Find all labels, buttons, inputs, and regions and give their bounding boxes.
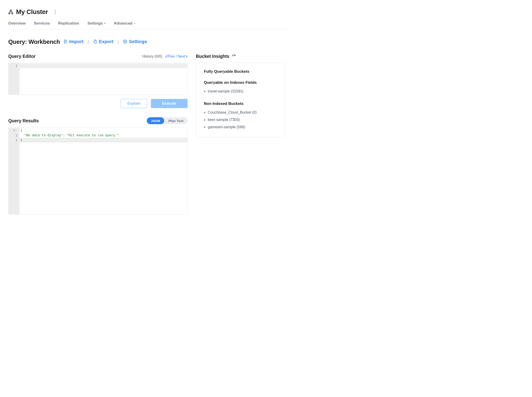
list-item[interactable]: beer-sample (7303) bbox=[204, 116, 277, 124]
separator: / bbox=[117, 40, 120, 45]
more-menu-button[interactable] bbox=[53, 9, 58, 15]
indexed-list: travel-sample (31591) bbox=[204, 88, 277, 95]
vertical-dots-icon bbox=[55, 10, 56, 14]
results-view-toggle: JSON Plan Text bbox=[147, 117, 187, 124]
history-sep: / bbox=[176, 54, 177, 59]
chevron-right-icon bbox=[186, 55, 187, 58]
import-icon bbox=[63, 39, 67, 44]
svg-rect-1 bbox=[9, 13, 10, 14]
nav-tabs: Overview Services Replication Settings▾ … bbox=[8, 21, 285, 29]
bucket-label: beer-sample (7303) bbox=[208, 116, 240, 124]
non-indexed-title: Non Indexed Buckets bbox=[204, 101, 277, 106]
chevron-down-icon: ▾ bbox=[104, 22, 105, 25]
svg-point-5 bbox=[55, 13, 56, 14]
query-editor[interactable]: 1 bbox=[8, 63, 187, 95]
explain-button[interactable]: Explain bbox=[121, 99, 147, 108]
gutter-line: 1 ▾ bbox=[8, 128, 19, 133]
gutter-line: 1 bbox=[8, 63, 19, 68]
chevron-left-icon bbox=[165, 55, 167, 58]
chevron-down-icon: ▾ bbox=[134, 22, 135, 25]
svg-point-4 bbox=[55, 12, 56, 12]
next-label: Next bbox=[178, 54, 185, 59]
svg-rect-2 bbox=[12, 13, 13, 14]
import-link[interactable]: Import bbox=[63, 39, 84, 44]
tab-label: Advanced bbox=[114, 21, 132, 26]
tab-services[interactable]: Services bbox=[34, 21, 50, 26]
tab-label: Services bbox=[34, 21, 50, 26]
list-item[interactable]: travel-sample (31591) bbox=[204, 88, 277, 95]
cluster-title: My Cluster bbox=[16, 8, 48, 16]
results-title: Query Results bbox=[8, 118, 39, 124]
tab-settings[interactable]: Settings▾ bbox=[87, 21, 105, 26]
code-line: "No data to display": "Hit execute to ru… bbox=[19, 133, 187, 138]
code-line: } bbox=[19, 138, 187, 143]
svg-point-3 bbox=[55, 10, 56, 11]
bucket-label: Couchbase_Cloud_Bucket (0) bbox=[208, 109, 257, 116]
results-gutter: 1 ▾ 2 3 bbox=[8, 128, 19, 214]
svg-point-6 bbox=[125, 41, 126, 42]
seg-json[interactable]: JSON bbox=[147, 117, 164, 124]
non-indexed-list: Couchbase_Cloud_Bucket (0) beer-sample (… bbox=[204, 109, 277, 131]
page-title: Query: Workbench bbox=[8, 38, 60, 45]
tab-replication[interactable]: Replication bbox=[58, 21, 79, 26]
history-next[interactable]: Next bbox=[178, 54, 187, 59]
tab-advanced[interactable]: Advanced▾ bbox=[114, 21, 135, 26]
editor-body[interactable] bbox=[19, 63, 187, 94]
export-icon bbox=[93, 39, 97, 44]
cluster-icon bbox=[8, 9, 13, 14]
gutter-line: 3 bbox=[8, 138, 19, 143]
gear-icon bbox=[123, 39, 127, 44]
insights-panel: Fully Queryable Buckets Queryable on Ind… bbox=[196, 63, 285, 137]
results-viewer: 1 ▾ 2 3 { "No data to display": "Hit exe… bbox=[8, 127, 187, 215]
code-line: { bbox=[19, 128, 187, 133]
svg-rect-0 bbox=[10, 10, 12, 11]
editor-title: Query Editor bbox=[8, 54, 36, 59]
refresh-button[interactable] bbox=[232, 54, 236, 59]
tab-overview[interactable]: Overview bbox=[8, 21, 26, 26]
settings-link[interactable]: Settings bbox=[123, 39, 147, 44]
bullet-icon bbox=[204, 112, 206, 113]
tab-label: Replication bbox=[58, 21, 79, 26]
editor-gutter: 1 bbox=[8, 63, 19, 94]
seg-plan-text[interactable]: Plan Text bbox=[164, 117, 187, 124]
list-item[interactable]: gamesim-sample (586) bbox=[204, 124, 277, 131]
insights-title: Bucket Insights bbox=[196, 54, 229, 59]
indexed-title: Queryable on Indexes Fields bbox=[204, 80, 277, 85]
execute-button[interactable]: Execute bbox=[151, 99, 187, 108]
settings-label: Settings bbox=[129, 39, 147, 44]
gutter-line: 2 bbox=[8, 133, 19, 138]
bullet-icon bbox=[204, 119, 206, 121]
prev-label: Prev bbox=[167, 54, 175, 59]
history-prev[interactable]: Prev bbox=[165, 54, 175, 59]
history-label: History (0/0) bbox=[142, 54, 162, 59]
fold-icon[interactable]: ▾ bbox=[15, 128, 18, 133]
list-item[interactable]: Couchbase_Cloud_Bucket (0) bbox=[204, 109, 277, 116]
export-label: Export bbox=[99, 39, 114, 44]
tab-label: Settings bbox=[87, 21, 103, 26]
results-body[interactable]: { "No data to display": "Hit execute to … bbox=[19, 128, 187, 214]
fully-queryable-title: Fully Queryable Buckets bbox=[204, 69, 277, 74]
export-link[interactable]: Export bbox=[93, 39, 114, 44]
separator: / bbox=[87, 40, 90, 45]
bucket-label: gamesim-sample (586) bbox=[208, 124, 245, 131]
bucket-label: travel-sample (31591) bbox=[208, 88, 243, 95]
tab-label: Overview bbox=[8, 21, 26, 26]
import-label: Import bbox=[69, 39, 84, 44]
refresh-icon bbox=[232, 54, 236, 59]
bullet-icon bbox=[204, 126, 206, 128]
bullet-icon bbox=[204, 91, 206, 92]
